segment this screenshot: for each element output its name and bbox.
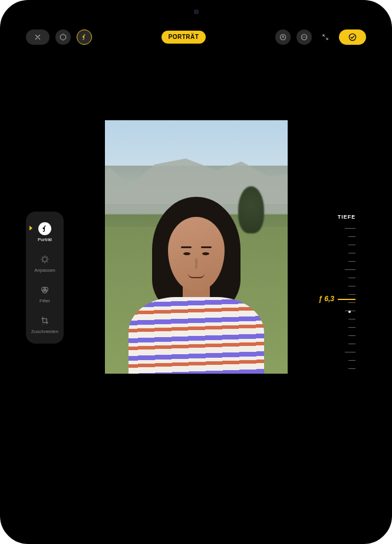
toolbar-left-group (26, 29, 92, 45)
tool-label: Zuschneiden (31, 329, 58, 334)
cancel-button[interactable] (26, 29, 50, 45)
depth-title: TIEFE (338, 215, 356, 220)
svg-point-3 (302, 37, 303, 37)
markup-icon (279, 33, 287, 41)
mode-pill[interactable]: PORTRÄT (162, 31, 206, 44)
more-button[interactable] (297, 29, 312, 45)
svg-marker-0 (60, 34, 65, 41)
filter-icon (38, 283, 51, 296)
expand-icon (321, 33, 330, 41)
svg-line-13 (47, 262, 48, 262)
tool-portrait[interactable]: Porträt (38, 222, 52, 242)
photo-subject (129, 197, 264, 374)
top-toolbar: PORTRÄT (14, 28, 378, 46)
depth-value-label: ƒ 6,3 (318, 295, 334, 302)
tool-adjust[interactable]: Anpassen (34, 253, 55, 273)
lighting-button[interactable] (55, 29, 71, 45)
depth-button[interactable] (77, 29, 92, 45)
fullscreen-button[interactable] (318, 29, 333, 45)
depth-control: TIEFE (331, 215, 363, 370)
tool-crop[interactable]: Zuschneiden (31, 314, 58, 334)
photo-preview[interactable] (105, 120, 288, 374)
svg-point-5 (305, 37, 306, 37)
depth-original-marker (348, 311, 351, 313)
toolbar-right-group (275, 29, 366, 45)
done-button[interactable] (339, 29, 366, 45)
x-icon (34, 33, 42, 41)
front-camera (194, 9, 199, 14)
markup-button[interactable] (275, 29, 291, 45)
depth-slider[interactable]: ƒ 6,3 (338, 228, 355, 370)
hexagon-icon (59, 33, 67, 41)
svg-line-15 (47, 256, 48, 257)
svg-point-4 (304, 37, 304, 37)
toolbar-center-group: PORTRÄT (162, 31, 206, 44)
depth-slider-thumb[interactable] (338, 299, 355, 300)
more-icon (300, 33, 308, 41)
svg-line-14 (42, 262, 42, 262)
edit-tools-rail: Porträt Anpassen Filter Zuschneiden (26, 212, 64, 344)
screen: PORTRÄT (14, 14, 378, 530)
svg-point-6 (349, 34, 355, 40)
tool-label: Anpassen (34, 268, 55, 273)
check-icon (348, 32, 357, 42)
f-icon (80, 33, 88, 41)
tool-filter[interactable]: Filter (38, 283, 51, 304)
crop-icon (38, 314, 51, 327)
svg-point-7 (42, 257, 47, 262)
adjust-icon (38, 253, 51, 266)
ipad-frame: PORTRÄT (0, 0, 392, 544)
svg-line-12 (42, 256, 42, 257)
tool-label: Filter (39, 299, 50, 304)
f-icon (38, 222, 51, 235)
active-indicator (29, 226, 32, 230)
tool-label: Porträt (38, 238, 52, 242)
